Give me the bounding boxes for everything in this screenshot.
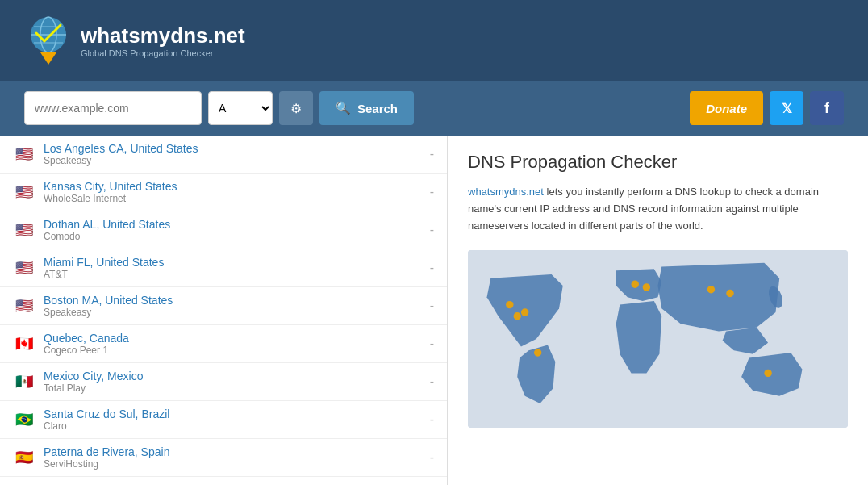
server-location: Mexico City, Mexico xyxy=(44,370,424,383)
list-item[interactable]: 🇲🇽 Mexico City, Mexico Total Play - xyxy=(0,363,447,401)
server-status: - xyxy=(430,412,434,427)
donate-button[interactable]: Donate xyxy=(690,91,763,125)
server-info: Mexico City, Mexico Total Play xyxy=(44,370,424,394)
server-info: Santa Cruz do Sul, Brazil Claro xyxy=(44,408,424,432)
world-map xyxy=(468,250,848,428)
server-status: - xyxy=(430,185,434,199)
site-subtitle: Global DNS Propagation Checker xyxy=(81,48,245,58)
right-panel: DNS Propagation Checker whatsmydns.net l… xyxy=(448,136,868,485)
twitter-icon: 𝕏 xyxy=(782,101,792,116)
server-info: Paterna de Rivera, Spain ServiHosting xyxy=(44,445,424,470)
record-type-select[interactable]: A AAAA CNAME MX NS PTR SOA SRV TXT xyxy=(208,91,273,125)
server-status: - xyxy=(430,374,434,389)
flag-icon: 🇺🇸 xyxy=(13,298,35,314)
server-location: Miami FL, United States xyxy=(44,256,424,269)
flag-icon: 🇧🇷 xyxy=(13,412,35,428)
site-title: whatsmydns.net xyxy=(81,23,245,48)
server-location: Boston MA, United States xyxy=(44,294,424,307)
svg-point-8 xyxy=(521,309,528,316)
server-provider: Cogeco Peer 1 xyxy=(44,345,424,356)
server-provider: ServiHosting xyxy=(44,458,424,470)
header: whatsmydns.net Global DNS Propagation Ch… xyxy=(0,0,868,81)
facebook-button[interactable]: f xyxy=(810,91,844,125)
server-provider: Total Play xyxy=(44,383,424,394)
server-info: Quebec, Canada Cogeco Peer 1 xyxy=(44,332,424,356)
toolbar: A AAAA CNAME MX NS PTR SOA SRV TXT ⚙ 🔍 S… xyxy=(0,81,868,136)
flag-icon: 🇺🇸 xyxy=(13,260,35,276)
flag-icon: 🇺🇸 xyxy=(13,184,35,200)
svg-point-6 xyxy=(506,301,513,308)
main-content: 🇺🇸 Los Angeles CA, United States Speakea… xyxy=(0,136,868,485)
list-item[interactable]: 🇪🇸 Paterna de Rivera, Spain ServiHosting… xyxy=(0,439,447,477)
server-location: Santa Cruz do Sul, Brazil xyxy=(44,408,424,420)
svg-point-13 xyxy=(726,290,733,297)
toolbar-right: Donate 𝕏 f xyxy=(690,91,844,125)
flag-icon: 🇲🇽 xyxy=(13,374,35,390)
list-item[interactable]: 🇺🇸 Kansas City, United States WholeSale … xyxy=(0,174,447,211)
server-provider: AT&T xyxy=(44,269,424,280)
server-location: Dothan AL, United States xyxy=(44,218,424,231)
server-status: - xyxy=(430,261,434,275)
server-status: - xyxy=(430,337,434,351)
server-location: Kansas City, United States xyxy=(44,180,424,193)
server-info: Boston MA, United States Speakeasy xyxy=(44,294,424,318)
server-status: - xyxy=(430,299,434,313)
logo-icon xyxy=(24,12,73,69)
site-link[interactable]: whatsmydns.net xyxy=(468,186,544,198)
search-input[interactable] xyxy=(24,91,202,125)
svg-point-10 xyxy=(632,281,639,288)
server-info: Miami FL, United States AT&T xyxy=(44,256,424,280)
list-item[interactable]: 🇧🇷 Santa Cruz do Sul, Brazil Claro - xyxy=(0,401,447,439)
svg-point-12 xyxy=(707,286,715,293)
description: whatsmydns.net lets you instantly perfor… xyxy=(468,184,848,234)
list-item[interactable]: 🇺🇸 Boston MA, United States Speakeasy - xyxy=(0,287,447,325)
server-location: Los Angeles CA, United States xyxy=(44,142,424,155)
server-provider: Claro xyxy=(44,420,424,432)
server-status: - xyxy=(430,147,434,161)
logo-text: whatsmydns.net Global DNS Propagation Ch… xyxy=(81,23,245,58)
search-button[interactable]: 🔍 Search xyxy=(319,91,414,125)
search-label: Search xyxy=(357,102,398,115)
server-location: Quebec, Canada xyxy=(44,332,424,345)
svg-point-9 xyxy=(534,349,541,357)
flag-icon: 🇺🇸 xyxy=(13,146,35,162)
list-item[interactable]: 🇺🇸 Miami FL, United States AT&T - xyxy=(0,249,447,287)
logo-area: whatsmydns.net Global DNS Propagation Ch… xyxy=(24,12,245,69)
server-status: - xyxy=(430,450,434,465)
server-provider: Speakeasy xyxy=(44,307,424,318)
flag-icon: 🇪🇸 xyxy=(13,449,35,466)
svg-point-14 xyxy=(764,370,771,377)
facebook-icon: f xyxy=(824,100,829,117)
server-location: Paterna de Rivera, Spain xyxy=(44,445,424,458)
svg-point-11 xyxy=(643,284,650,291)
twitter-button[interactable]: 𝕏 xyxy=(770,91,803,125)
list-item[interactable]: 🇺🇸 Dothan AL, United States Comodo - xyxy=(0,211,447,249)
server-provider: Speakeasy xyxy=(44,155,424,166)
settings-button[interactable]: ⚙ xyxy=(279,91,313,125)
svg-point-7 xyxy=(514,312,521,320)
flag-icon: 🇺🇸 xyxy=(13,222,35,238)
gear-icon: ⚙ xyxy=(290,101,302,116)
server-info: Dothan AL, United States Comodo xyxy=(44,218,424,242)
server-info: Kansas City, United States WholeSale Int… xyxy=(44,180,424,204)
server-info: Los Angeles CA, United States Speakeasy xyxy=(44,142,424,166)
server-list: 🇺🇸 Los Angeles CA, United States Speakea… xyxy=(0,136,448,485)
list-item[interactable]: 🇺🇸 Los Angeles CA, United States Speakea… xyxy=(0,136,447,174)
list-item[interactable]: 🇨🇦 Quebec, Canada Cogeco Peer 1 - xyxy=(0,325,447,363)
page-title: DNS Propagation Checker xyxy=(468,152,848,173)
flag-icon: 🇨🇦 xyxy=(13,336,35,352)
server-provider: Comodo xyxy=(44,231,424,242)
server-provider: WholeSale Internet xyxy=(44,193,424,204)
list-item[interactable]: 🇬🇧 Manchester, United Kingdom Ancar B - xyxy=(0,477,447,485)
server-status: - xyxy=(430,223,434,237)
search-icon: 🔍 xyxy=(336,101,351,115)
